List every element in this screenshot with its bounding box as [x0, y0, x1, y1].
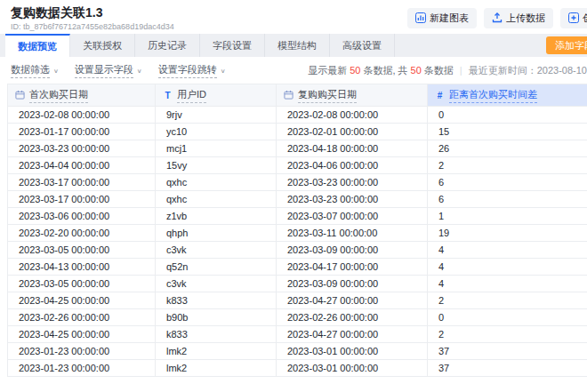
tab-model-structure[interactable]: 模型结构 [265, 34, 330, 57]
cell-user-id: qxhc [156, 174, 277, 191]
cell-repurchase-date: 2023-02-26 00:00:00 [277, 309, 428, 326]
upload-icon [492, 12, 503, 25]
column-label: 复购购买日期 [298, 88, 357, 103]
tab-advanced-settings[interactable]: 高级设置 [330, 34, 395, 57]
cell-repurchase-date: 2023-03-09 00:00:00 [277, 242, 428, 259]
tab-history[interactable]: 历史记录 [135, 34, 200, 57]
cell-user-id: q52n [156, 259, 277, 276]
table-row[interactable]: 2023-01-23 00:00:00 lmk2 2023-03-01 00:0… [8, 343, 587, 360]
tab-data-preview[interactable]: 数据预览 [5, 34, 70, 57]
tab-field-settings[interactable]: 字段设置 [200, 34, 265, 57]
chevron-down-icon: ∨ [137, 67, 142, 73]
topbar: 复购数据关联1.3 ID: tb_87b6f76712a7455e82ba68d… [0, 0, 587, 34]
cell-repurchase-date: 2023-04-27 00:00:00 [277, 326, 428, 343]
table-row[interactable]: 2023-02-08 00:00:00 9rjv 2023-02-08 00:0… [8, 107, 587, 124]
table-row[interactable]: 2023-04-04 00:00:00 15vy 2023-04-06 00:0… [8, 157, 587, 174]
cell-time-diff: 2 [428, 326, 587, 343]
column-header-repurchase-date[interactable]: 复购购买日期 [277, 84, 428, 107]
field-jump-label: 设置字段跳转 [158, 63, 217, 78]
cell-user-id: k833 [156, 292, 277, 309]
cell-user-id: lmk2 [156, 343, 277, 360]
filter-links: 数据筛选 ∨ 设置显示字段 ∨ 设置字段跳转 ∨ [11, 63, 226, 78]
cell-user-id: 15vy [156, 157, 277, 174]
table-row[interactable]: 2023-02-26 00:00:00 b90b 2023-02-26 00:0… [8, 309, 587, 326]
create-icon [568, 12, 579, 25]
column-label: 首次购买日期 [29, 88, 88, 103]
create-label: 创建 [583, 12, 587, 25]
tab-association-auth[interactable]: 关联授权 [70, 34, 135, 57]
data-filter-dropdown[interactable]: 数据筛选 ∨ [11, 63, 59, 78]
cell-user-id: qxhc [156, 191, 277, 208]
cell-time-diff: 4 [428, 276, 587, 292]
chevron-down-icon: ∨ [53, 67, 59, 73]
cell-time-diff: 37 [428, 343, 587, 360]
column-header-user-id[interactable]: T 用户ID [156, 84, 277, 107]
cell-first-purchase-date: 2023-04-13 00:00:00 [8, 259, 156, 276]
field-jump-dropdown[interactable]: 设置字段跳转 ∨ [158, 63, 226, 78]
cell-repurchase-date: 2023-03-01 00:00:00 [277, 360, 428, 377]
create-button[interactable]: 创建 [560, 8, 587, 28]
column-header-first-purchase-date[interactable]: 首次购买日期 [8, 84, 156, 107]
cell-first-purchase-date: 2023-03-17 00:00:00 [8, 191, 156, 208]
table-row[interactable]: 2023-04-25 00:00:00 k833 2023-04-27 00:0… [8, 326, 587, 343]
table-row[interactable]: 2023-01-17 00:00:00 yc10 2023-02-01 00:0… [8, 124, 587, 140]
cell-user-id: yc10 [156, 124, 277, 140]
table-row[interactable]: 2023-03-23 00:00:00 mcj1 2023-04-18 00:0… [8, 140, 587, 157]
cell-repurchase-date: 2023-03-09 00:00:00 [277, 276, 428, 292]
column-label: 用户ID [177, 88, 206, 103]
cell-repurchase-date: 2023-04-27 00:00:00 [277, 292, 428, 309]
cell-time-diff: 4 [428, 259, 587, 276]
summary-mid: 条数据, 共 [363, 65, 407, 76]
cell-first-purchase-date: 2023-03-05 00:00:00 [8, 276, 156, 292]
table-row[interactable]: 2023-02-20 00:00:00 qhph 2023-03-11 00:0… [8, 225, 587, 242]
cell-first-purchase-date: 2023-03-23 00:00:00 [8, 140, 156, 157]
cell-user-id: qhph [156, 225, 277, 242]
table-row[interactable]: 2023-04-25 00:00:00 k833 2023-04-27 00:0… [8, 292, 587, 309]
cell-time-diff: 2 [428, 157, 587, 174]
upload-data-label: 上传数据 [506, 12, 545, 25]
table-row[interactable]: 2023-03-06 00:00:00 z1vb 2023-03-07 00:0… [8, 208, 587, 225]
cell-user-id: mcj1 [156, 140, 277, 157]
display-fields-dropdown[interactable]: 设置显示字段 ∨ [75, 63, 142, 78]
cell-time-diff: 6 [428, 191, 587, 208]
cell-first-purchase-date: 2023-04-25 00:00:00 [8, 292, 156, 309]
add-field-button[interactable]: 添加字段 [546, 36, 587, 54]
table-body: 2023-02-08 00:00:00 9rjv 2023-02-08 00:0… [8, 107, 587, 377]
data-filter-label: 数据筛选 [11, 63, 50, 78]
toolbar: 数据筛选 ∨ 设置显示字段 ∨ 设置字段跳转 ∨ 显示最新50条数据, 共50条… [0, 57, 587, 84]
cell-first-purchase-date: 2023-01-23 00:00:00 [8, 360, 156, 377]
cell-repurchase-date: 2023-03-11 00:00:00 [277, 225, 428, 242]
chart-icon [415, 12, 426, 25]
summary-prefix: 显示最新 [308, 65, 347, 76]
divider: | [460, 65, 462, 76]
table-row[interactable]: 2023-01-23 00:00:00 lmk2 2023-03-01 00:0… [8, 360, 587, 377]
cell-repurchase-date: 2023-04-18 00:00:00 [277, 140, 428, 157]
table-row[interactable]: 2023-03-05 00:00:00 c3vk 2023-03-09 00:0… [8, 276, 587, 292]
new-chart-label: 新建图表 [430, 12, 469, 25]
cell-time-diff: 0 [428, 309, 587, 326]
table-row[interactable]: 2023-03-17 00:00:00 qxhc 2023-03-23 00:0… [8, 174, 587, 191]
cell-first-purchase-date: 2023-01-23 00:00:00 [8, 343, 156, 360]
upload-data-button[interactable]: 上传数据 [484, 8, 553, 28]
cell-time-diff: 1 [428, 208, 587, 225]
table-row[interactable]: 2023-03-05 00:00:00 c3vk 2023-03-09 00:0… [8, 242, 587, 259]
cell-first-purchase-date: 2023-01-17 00:00:00 [8, 124, 156, 140]
table-row[interactable]: 2023-04-13 00:00:00 q52n 2023-04-17 00:0… [8, 259, 587, 276]
cell-time-diff: 6 [428, 174, 587, 191]
calendar-icon [15, 90, 25, 101]
cell-user-id: k833 [156, 326, 277, 343]
chevron-down-icon: ∨ [221, 67, 226, 73]
column-label: 距离首次购买时间差 [449, 88, 537, 103]
cell-repurchase-date: 2023-03-01 00:00:00 [277, 343, 428, 360]
new-chart-button[interactable]: 新建图表 [407, 8, 477, 28]
data-summary: 显示最新50条数据, 共50条数据 | 最近更新时间：2023-08-10 [226, 64, 587, 77]
cell-time-diff: 19 [428, 225, 587, 242]
cell-user-id: b90b [156, 309, 277, 326]
column-header-time-diff[interactable]: # 距离首次购买时间差 [428, 84, 587, 107]
cell-first-purchase-date: 2023-02-20 00:00:00 [8, 225, 156, 242]
cell-user-id: lmk2 [156, 360, 277, 377]
cell-first-purchase-date: 2023-03-06 00:00:00 [8, 208, 156, 225]
latest-count: 50 [350, 65, 360, 76]
table-row[interactable]: 2023-03-17 00:00:00 qxhc 2023-03-23 00:0… [8, 191, 587, 208]
app: 复购数据关联1.3 ID: tb_87b6f76712a7455e82ba68d… [0, 0, 587, 377]
